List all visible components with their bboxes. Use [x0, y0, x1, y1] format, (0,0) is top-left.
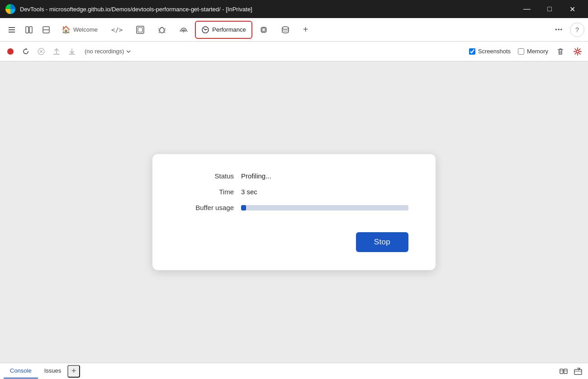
maximize-button[interactable]: □: [539, 2, 560, 16]
bottom-tab-bar: Console Issues +: [0, 363, 588, 379]
devtools-tab-bar: 🏠 Welcome </>: [0, 18, 588, 42]
time-row: Time 3 sec: [180, 188, 408, 196]
issues-tab-label: Issues: [44, 367, 62, 374]
minimize-button[interactable]: —: [517, 2, 537, 16]
delete-recordings-button[interactable]: [554, 45, 567, 58]
clear-icon: [37, 47, 45, 56]
toggle-panel-button[interactable]: [21, 22, 37, 38]
storage-icon: [281, 26, 289, 34]
close-button[interactable]: ✕: [562, 2, 583, 16]
status-value: Profiling...: [241, 172, 271, 180]
time-label: Time: [180, 188, 234, 196]
settings-button[interactable]: [571, 45, 584, 58]
tab-sources[interactable]: </>: [105, 21, 129, 39]
svg-line-15: [164, 32, 165, 33]
svg-rect-1: [9, 29, 15, 30]
svg-rect-47: [560, 369, 563, 374]
export-button[interactable]: [50, 45, 63, 58]
add-tab-icon: +: [303, 24, 308, 35]
add-bottom-tab-icon: +: [71, 366, 76, 376]
buffer-label: Buffer usage: [180, 204, 234, 211]
memory-checkbox[interactable]: [518, 48, 524, 55]
status-label: Status: [180, 172, 234, 180]
svg-rect-20: [262, 28, 265, 31]
svg-line-14: [159, 32, 160, 33]
undock-button[interactable]: [572, 365, 584, 378]
bottom-tab-console[interactable]: Console: [4, 364, 38, 379]
customize-icon: [42, 26, 50, 34]
tab-storage[interactable]: [275, 21, 296, 39]
tab-elements[interactable]: [130, 21, 151, 39]
panel-icon: [25, 26, 33, 34]
edge-logo: [5, 4, 15, 14]
tab-welcome-label: Welcome: [73, 26, 98, 33]
split-view-button[interactable]: [557, 365, 570, 378]
customize-button[interactable]: [38, 22, 54, 38]
window-controls: — □ ✕: [517, 2, 583, 16]
svg-point-18: [205, 29, 206, 30]
svg-point-16: [183, 32, 184, 33]
recordings-placeholder: (no recordings): [85, 48, 124, 55]
title-bar: DevTools - microsoftedge.github.io/Demos…: [0, 0, 588, 18]
clear-button[interactable]: [34, 45, 48, 58]
import-button[interactable]: [65, 45, 79, 58]
settings-icon: [573, 47, 582, 56]
import-icon: [68, 47, 76, 56]
svg-point-9: [160, 28, 164, 33]
main-content-area: Status Profiling... Time 3 sec Buffer us…: [0, 61, 588, 363]
more-icon: •••: [555, 26, 563, 33]
buffer-bar-container: [241, 205, 408, 211]
profiling-card: Status Profiling... Time 3 sec Buffer us…: [152, 154, 436, 270]
svg-point-34: [7, 48, 14, 55]
bottom-right-icons: [557, 365, 584, 378]
tab-welcome[interactable]: 🏠 Welcome: [55, 21, 104, 39]
toggle-drawer-button[interactable]: [4, 22, 20, 38]
screenshots-checkbox[interactable]: [469, 48, 475, 55]
svg-rect-48: [564, 369, 567, 374]
bottom-tab-issues[interactable]: Issues: [38, 364, 68, 379]
tab-performance[interactable]: Performance: [195, 21, 252, 39]
stop-button[interactable]: Stop: [356, 232, 408, 252]
undock-icon: [574, 367, 582, 375]
memory-checkbox-group: Memory: [518, 48, 548, 55]
svg-rect-8: [138, 28, 142, 32]
svg-line-10: [158, 28, 160, 29]
network-icon: [180, 26, 188, 34]
svg-rect-3: [26, 27, 28, 33]
export-icon: [52, 47, 61, 56]
dropdown-arrow-icon: [126, 49, 131, 54]
tab-bugs[interactable]: [152, 21, 172, 39]
tab-network[interactable]: [173, 21, 194, 39]
screenshots-checkbox-group: Screenshots: [469, 48, 511, 55]
tab-memory-chip[interactable]: [253, 21, 274, 39]
svg-line-11: [164, 28, 166, 29]
record-button[interactable]: [4, 45, 17, 58]
reload-button[interactable]: [19, 45, 33, 58]
console-tab-label: Console: [10, 367, 32, 374]
stop-button-row: Stop: [180, 232, 408, 252]
add-bottom-tab-button[interactable]: +: [67, 365, 80, 378]
status-row: Status Profiling...: [180, 172, 408, 180]
help-button[interactable]: ?: [570, 23, 584, 37]
recordings-dropdown[interactable]: (no recordings): [81, 45, 135, 58]
memory-label: Memory: [527, 48, 548, 55]
svg-rect-0: [9, 27, 15, 28]
performance-icon: [201, 26, 209, 34]
sources-icon: </>: [111, 26, 123, 33]
record-icon: [6, 47, 14, 56]
trash-icon: [556, 47, 564, 56]
help-icon: ?: [575, 26, 579, 33]
more-tabs-button[interactable]: •••: [549, 21, 569, 39]
tab-performance-label: Performance: [212, 26, 246, 33]
reload-icon: [22, 47, 30, 56]
svg-rect-4: [29, 27, 32, 33]
svg-point-46: [576, 50, 579, 53]
bug-icon: [158, 26, 166, 34]
window-title: DevTools - microsoftedge.github.io/Demos…: [20, 6, 512, 13]
add-tab-button[interactable]: +: [297, 21, 315, 39]
drawer-icon: [8, 26, 16, 34]
elements-icon: [136, 26, 144, 34]
home-icon: 🏠: [62, 25, 71, 34]
svg-point-33: [282, 27, 289, 29]
chip-icon: [260, 26, 268, 34]
